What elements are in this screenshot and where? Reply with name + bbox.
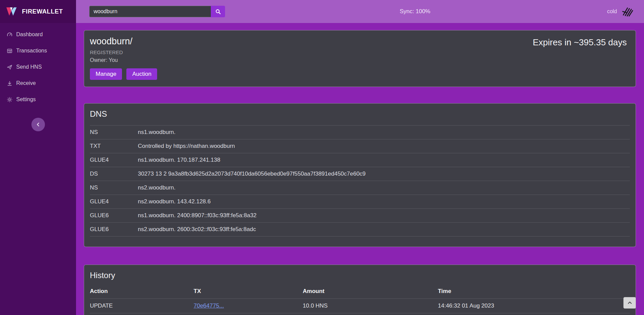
sidebar-item-send-hns[interactable]: Send HNS [0,59,76,75]
search-icon [215,9,221,15]
dns-record-type: DS [90,167,138,181]
history-row: UPDATE 70e64775... 10.0 HNS 14:46:32 01 … [90,299,630,313]
dns-record-row: GLUE4 ns1.woodburn. 170.187.241.138 [90,153,630,167]
column-header-amount: Amount [303,284,438,299]
dns-record-value: ns1.woodburn. [138,126,630,139]
chevron-up-icon [627,300,633,306]
dns-record-row: GLUE6 ns1.woodburn. 2400:8907::f03c:93ff… [90,209,630,223]
arrow-down-icon [7,81,13,86]
sidebar: FIREWALLET Dashboard Transactions Send H… [0,0,76,315]
sidebar-item-label: Settings [16,96,36,103]
dns-record-value: ns1.woodburn. 2400:8907::f03c:93ff:fe5a:… [138,209,630,223]
dns-record-row: GLUE6 ns2.woodburn. 2600:3c02::f03c:93ff… [90,223,630,237]
history-header-row: Action TX Amount Time [90,284,630,299]
dns-record-row: NS ns1.woodburn. [90,126,630,139]
domain-actions: Manage Auction [90,68,627,80]
gear-icon [7,97,13,103]
column-header-action: Action [90,284,194,299]
dns-record-type: TXT [90,139,138,153]
sidebar-item-receive[interactable]: Receive [0,75,76,91]
history-card: History Action TX Amount Time UPDATE 70e… [84,265,636,315]
sidebar-item-label: Transactions [16,48,47,54]
dns-record-value: ns2.woodburn. [138,181,630,195]
dns-table: NS ns1.woodburn. TXT Controlled by https… [90,125,630,237]
column-header-time: Time [438,284,630,299]
history-section-title: History [90,271,630,280]
dns-card: DNS NS ns1.woodburn. TXT Controlled by h… [84,103,636,247]
history-amount: 10.0 HNS [303,299,438,313]
dns-record-value: ns1.woodburn. 170.187.241.138 [138,153,630,167]
status-badge: REGISTERED [90,49,627,55]
dns-record-type: GLUE6 [90,209,138,223]
search-input[interactable] [89,6,211,17]
history-row: RENEW 9f2c5e... 10.0 HNS 15:47:36 27 Jul… [90,313,630,315]
dns-record-type: GLUE4 [90,153,138,167]
history-time: 14:46:32 01 Aug 2023 [438,299,630,313]
dns-section-title: DNS [90,109,630,119]
history-action: RENEW [90,313,194,315]
auction-button[interactable]: Auction [126,68,157,80]
dns-record-row: TXT Controlled by https://nathan.woodbur… [90,139,630,153]
chevron-left-icon [35,122,41,127]
history-tx-cell: 70e64775... [194,299,303,313]
scroll-to-top-button[interactable] [623,297,636,309]
dns-record-value: ns2.woodburn. 143.42.128.6 [138,195,630,209]
domain-card: woodburn/ REGISTERED Owner: You Manage A… [84,30,636,87]
history-tx-cell: 9f2c5e... [194,313,303,315]
owner-label: Owner: You [90,57,627,63]
dns-record-type: NS [90,126,138,139]
search-button[interactable] [211,6,225,17]
history-time: 15:47:36 27 Jul 2023 [438,313,630,315]
dns-record-row: DS 30273 13 2 9a3a8fb3d625d2a2073d740f10… [90,167,630,181]
dns-record-type: GLUE4 [90,195,138,209]
collapse-sidebar-button[interactable] [31,118,45,131]
history-table: Action TX Amount Time UPDATE 70e64775...… [90,284,630,315]
column-header-tx: TX [194,284,303,299]
expiry-label: Expires in ~395.35 days [533,37,627,48]
dns-record-value: Controlled by https://nathan.woodburn [138,139,630,153]
sidebar-item-label: Dashboard [16,31,43,38]
sidebar-item-transactions[interactable]: Transactions [0,43,76,59]
paper-plane-icon [7,64,13,70]
wallet-name[interactable]: cold [607,8,617,15]
manage-button[interactable]: Manage [90,68,122,80]
handshake-icon [621,6,635,17]
wallet-selector: cold [607,6,635,17]
table-icon [7,48,13,54]
history-action: UPDATE [90,299,194,313]
dns-record-type: GLUE6 [90,223,138,237]
main-content: woodburn/ REGISTERED Owner: You Manage A… [76,23,644,315]
brand-title: FIREWALLET [22,8,63,15]
dns-record-value: 30273 13 2 9a3a8fb3d625d2a2073d740f10da6… [138,167,630,181]
dns-record-type: NS [90,181,138,195]
tx-link[interactable]: 70e64775... [194,302,224,309]
sync-status: Sync: 100% [400,8,430,15]
topbar: Sync: 100% cold [76,0,644,23]
brand: FIREWALLET [0,0,76,23]
search-bar [89,6,225,17]
gauge-icon [7,32,13,38]
firewallet-logo-icon [5,6,18,17]
history-amount: 10.0 HNS [303,313,438,315]
dns-record-row: NS ns2.woodburn. [90,181,630,195]
sidebar-item-settings[interactable]: Settings [0,91,76,108]
sidebar-nav: Dashboard Transactions Send HNS Receive … [0,26,76,108]
dns-record-row: GLUE4 ns2.woodburn. 143.42.128.6 [90,195,630,209]
sidebar-item-dashboard[interactable]: Dashboard [0,26,76,43]
dns-record-value: ns2.woodburn. 2600:3c02::f03c:93ff:fe5a:… [138,223,630,237]
sidebar-item-label: Receive [16,80,36,86]
sidebar-item-label: Send HNS [16,64,42,70]
